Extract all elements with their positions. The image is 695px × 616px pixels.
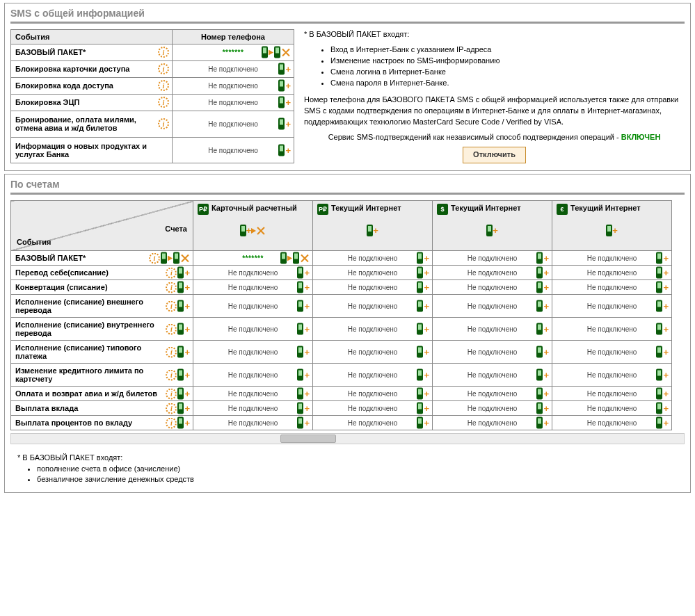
add-icon[interactable]: + — [184, 282, 190, 293]
add-icon[interactable]: + — [285, 64, 291, 74]
add-icon[interactable]: + — [543, 389, 549, 399]
add-icon[interactable]: + — [663, 253, 669, 264]
info-icon[interactable]: i — [166, 300, 177, 311]
table-row: Блокировка карточки доступаiНе подключен… — [11, 60, 294, 77]
add-icon[interactable]: + — [285, 97, 291, 108]
remove-icon[interactable] — [180, 253, 190, 263]
add-icon[interactable]: + — [304, 282, 310, 293]
add-icon[interactable]: + — [424, 403, 429, 414]
add-icon[interactable]: + — [543, 347, 549, 357]
add-icon[interactable]: + — [184, 324, 190, 334]
add-icon[interactable]: + — [184, 347, 190, 357]
status-text: Не подключено — [348, 371, 398, 379]
info-icon[interactable]: i — [166, 346, 177, 357]
add-icon[interactable]: + — [663, 282, 669, 293]
add-icon[interactable]: + — [543, 370, 549, 380]
add-icon[interactable]: + — [543, 282, 549, 293]
remove-icon[interactable] — [256, 226, 266, 236]
add-icon[interactable]: + — [663, 268, 669, 278]
add-icon[interactable]: + — [424, 301, 429, 311]
sms-general-panel: SMS с общей информацией События Номер те… — [4, 3, 691, 171]
add-icon[interactable]: + — [424, 347, 429, 357]
info-icon[interactable]: i — [158, 63, 169, 74]
status-text: Не подключено — [468, 371, 518, 379]
add-icon[interactable]: + — [184, 403, 190, 414]
add-icon[interactable]: + — [304, 347, 310, 357]
add-icon[interactable]: + — [663, 418, 669, 428]
add-icon[interactable]: + — [663, 370, 669, 380]
info-icon[interactable]: i — [166, 282, 177, 293]
add-icon[interactable]: + — [543, 301, 549, 311]
status-text: Не подключено — [587, 254, 637, 262]
add-icon[interactable]: + — [373, 225, 378, 236]
add-icon[interactable]: + — [543, 268, 549, 278]
add-icon[interactable]: + — [184, 370, 190, 380]
event-label: Оплата и возврат авиа и ж/д билетов — [15, 389, 157, 398]
account-cell: Не подключено+ — [313, 266, 433, 280]
add-icon[interactable]: + — [663, 347, 669, 357]
add-icon[interactable]: + — [304, 301, 310, 311]
add-icon[interactable]: + — [493, 225, 498, 236]
add-icon[interactable]: + — [285, 145, 291, 156]
info-icon[interactable]: i — [158, 118, 169, 129]
add-icon[interactable]: + — [304, 268, 310, 278]
add-icon[interactable]: + — [424, 389, 429, 399]
add-icon[interactable]: + — [184, 301, 190, 311]
phone-icon — [536, 267, 543, 279]
info-icon[interactable]: i — [166, 388, 177, 399]
accounts-scroll[interactable]: Счета События P₽ Карточный расчетный+P₽ … — [10, 200, 685, 448]
status-text: Не подключено — [587, 371, 637, 379]
account-cell: Не подключено+ — [433, 251, 552, 266]
add-icon[interactable]: + — [184, 418, 190, 428]
add-icon[interactable]: + — [304, 403, 310, 414]
add-icon[interactable]: + — [612, 225, 618, 236]
info-icon[interactable]: i — [158, 47, 169, 58]
accounts-table: Счета События P₽ Карточный расчетный+P₽ … — [10, 200, 672, 430]
account-cell: Не подключено+ — [552, 416, 672, 430]
add-icon[interactable]: + — [424, 324, 429, 334]
account-cell: Не подключено+ — [552, 295, 672, 318]
info-icon[interactable]: i — [166, 323, 177, 334]
add-icon[interactable]: + — [184, 389, 190, 399]
phone-icon — [274, 47, 280, 58]
horizontal-scrollbar[interactable] — [10, 433, 685, 444]
remove-icon[interactable] — [300, 253, 310, 263]
info-icon[interactable]: i — [166, 267, 177, 278]
info-icon[interactable]: i — [166, 369, 177, 380]
add-icon[interactable]: + — [304, 324, 310, 334]
add-icon[interactable]: + — [304, 370, 310, 380]
add-icon[interactable]: + — [663, 324, 669, 334]
disable-button[interactable]: Отключить — [463, 147, 526, 163]
add-icon[interactable]: + — [246, 225, 252, 236]
add-icon[interactable]: + — [663, 301, 669, 311]
add-icon[interactable]: + — [663, 389, 669, 399]
add-icon[interactable]: + — [424, 370, 429, 380]
status-text: Не подключено — [348, 254, 398, 262]
add-icon[interactable]: + — [424, 282, 429, 293]
add-icon[interactable]: + — [543, 253, 549, 264]
info-icon[interactable]: i — [158, 80, 169, 91]
add-icon[interactable]: + — [285, 81, 291, 91]
table-row: Перевод себе(списание)i +Не подключено+Н… — [11, 266, 672, 280]
add-icon[interactable]: + — [304, 389, 310, 399]
remove-icon[interactable] — [281, 47, 291, 57]
add-icon[interactable]: + — [304, 418, 310, 428]
add-icon[interactable]: + — [663, 403, 669, 414]
phone-icon — [262, 47, 268, 58]
add-icon[interactable]: + — [285, 119, 291, 129]
info-icon[interactable]: i — [166, 417, 177, 428]
add-icon[interactable]: + — [543, 403, 549, 414]
account-cell: Не подключено+ — [552, 341, 672, 364]
account-header: € Текущий Интернет+ — [552, 201, 672, 251]
add-icon[interactable]: + — [424, 268, 429, 278]
info-icon[interactable]: i — [149, 252, 160, 264]
info-icon[interactable]: i — [158, 97, 169, 108]
add-icon[interactable]: + — [424, 418, 429, 428]
add-icon[interactable]: + — [543, 324, 549, 334]
add-icon[interactable]: + — [424, 253, 429, 264]
add-icon[interactable]: + — [184, 268, 190, 278]
event-label: Блокировка карточки доступа — [15, 65, 129, 73]
status-text: Не подключено — [228, 269, 278, 277]
info-icon[interactable]: i — [166, 403, 177, 414]
add-icon[interactable]: + — [543, 418, 549, 428]
